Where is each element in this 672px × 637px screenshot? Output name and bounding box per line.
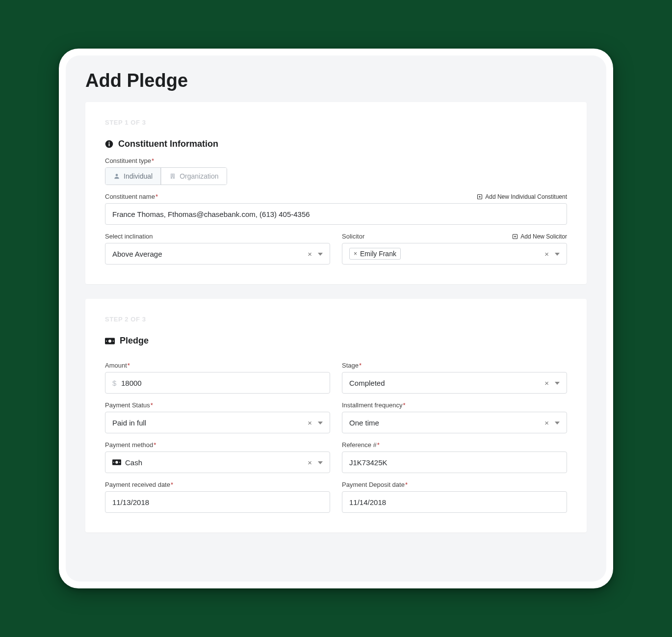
- installment-label: Installment frequency*: [342, 401, 567, 409]
- payment-method-select[interactable]: Cash ×: [105, 451, 330, 473]
- svg-point-3: [116, 174, 118, 176]
- form-card: Add Pledge STEP 1 OF 3 Constituent Infor…: [59, 49, 613, 588]
- constituent-name-label: Constituent name*: [105, 193, 158, 200]
- constituent-type-toggle: Individual Organization: [105, 167, 227, 185]
- step1-section-title: Constituent Information: [105, 139, 567, 149]
- amount-field[interactable]: [112, 379, 323, 387]
- chevron-down-icon: [555, 422, 560, 425]
- payment-method-value: Cash: [125, 458, 142, 467]
- svg-rect-5: [172, 175, 172, 175]
- reference-field[interactable]: [349, 458, 560, 467]
- solicitor-label: Solicitor: [342, 233, 364, 240]
- organization-toggle[interactable]: Organization: [161, 168, 226, 185]
- chevron-down-icon: [555, 253, 560, 256]
- svg-rect-9: [172, 177, 173, 179]
- svg-rect-7: [172, 176, 172, 176]
- add-new-solicitor-link[interactable]: Add New Solicitor: [512, 233, 567, 240]
- individual-toggle[interactable]: Individual: [105, 168, 161, 185]
- currency-prefix: $: [112, 379, 116, 387]
- clear-icon[interactable]: ×: [544, 250, 549, 258]
- solicitor-token[interactable]: × Emily Frank: [349, 248, 401, 260]
- svg-point-19: [119, 462, 120, 463]
- svg-point-15: [113, 341, 114, 342]
- step2-label: STEP 2 OF 3: [105, 316, 567, 323]
- svg-rect-8: [173, 176, 174, 176]
- chevron-down-icon: [555, 382, 560, 385]
- svg-rect-1: [109, 143, 110, 146]
- stage-label: Stage*: [342, 362, 567, 369]
- person-icon: [113, 173, 120, 180]
- add-new-individual-link[interactable]: Add New Individual Constituent: [477, 193, 567, 200]
- deposit-date-input[interactable]: [342, 491, 567, 513]
- clear-icon[interactable]: ×: [544, 379, 549, 387]
- constituent-name-field[interactable]: [112, 210, 560, 218]
- close-icon[interactable]: ×: [354, 250, 357, 257]
- received-date-field[interactable]: [112, 498, 323, 506]
- step2-section-title: Pledge: [105, 336, 567, 346]
- deposit-date-label: Payment Deposit date*: [342, 481, 567, 488]
- inclination-value: Above Average: [112, 250, 308, 258]
- payment-status-label: Payment Status*: [105, 401, 330, 409]
- svg-point-18: [113, 462, 114, 463]
- chevron-down-icon: [318, 422, 323, 425]
- installment-select[interactable]: One time ×: [342, 412, 567, 433]
- amount-label: Amount*: [105, 362, 330, 369]
- pledge-heading: Pledge: [120, 336, 149, 346]
- constituent-info-heading: Constituent Information: [118, 139, 218, 149]
- deposit-date-field[interactable]: [349, 498, 560, 506]
- svg-point-13: [108, 340, 111, 343]
- clear-icon[interactable]: ×: [308, 419, 312, 427]
- plus-square-icon: [477, 194, 483, 200]
- chevron-down-icon: [318, 461, 323, 464]
- svg-point-2: [108, 142, 109, 143]
- received-date-input[interactable]: [105, 491, 330, 513]
- page-body: Add Pledge STEP 1 OF 3 Constituent Infor…: [66, 55, 606, 582]
- chevron-down-icon: [318, 253, 323, 256]
- constituent-name-input[interactable]: [105, 203, 567, 225]
- inclination-select[interactable]: Above Average ×: [105, 243, 330, 265]
- plus-square-icon: [512, 234, 518, 239]
- stage-value: Completed: [349, 379, 544, 387]
- stage-select[interactable]: Completed ×: [342, 372, 567, 394]
- installment-value: One time: [349, 419, 544, 427]
- svg-point-17: [115, 461, 118, 463]
- step1-label: STEP 1 OF 3: [105, 119, 567, 126]
- inclination-label: Select inclination: [105, 233, 330, 240]
- clear-icon[interactable]: ×: [544, 419, 549, 427]
- page-title: Add Pledge: [66, 70, 606, 102]
- step1-panel: STEP 1 OF 3 Constituent Information Cons…: [85, 102, 587, 284]
- svg-rect-6: [173, 175, 174, 175]
- payment-status-value: Paid in full: [112, 419, 308, 427]
- clear-icon[interactable]: ×: [308, 250, 312, 258]
- amount-input[interactable]: $: [105, 372, 330, 394]
- clear-icon[interactable]: ×: [308, 458, 312, 467]
- info-icon: [105, 140, 113, 148]
- solicitor-select[interactable]: × Emily Frank ×: [342, 243, 567, 265]
- payment-method-label: Payment method*: [105, 441, 330, 449]
- step2-panel: STEP 2 OF 3 Pledge Amount* $: [85, 299, 587, 532]
- payment-status-select[interactable]: Paid in full ×: [105, 412, 330, 433]
- received-date-label: Payment received date*: [105, 481, 330, 488]
- reference-label: Reference #*: [342, 441, 567, 449]
- building-icon: [169, 173, 176, 180]
- constituent-type-label: Constituent type*: [105, 157, 567, 164]
- svg-point-14: [106, 341, 107, 342]
- reference-input[interactable]: [342, 451, 567, 473]
- money-icon: [112, 459, 121, 465]
- money-icon: [105, 338, 115, 345]
